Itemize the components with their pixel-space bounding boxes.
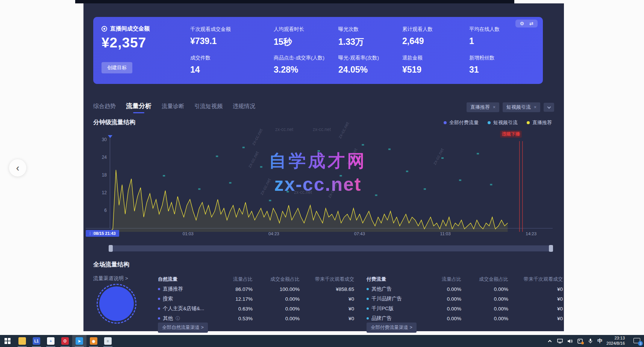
legend-label: 短视频引流 [493,119,518,126]
chevron-left-icon: ‹ [16,162,20,174]
swap-icon[interactable]: ⇄ [529,21,533,26]
channel-name: 千川品牌广告 [367,295,424,302]
x-tick-label: 11:03 [440,231,451,236]
ime-indicator[interactable]: 中 [597,338,602,344]
channel-name: 品牌广告 [367,315,424,322]
table-row[interactable]: 其他ⓘ0.53%0.00%¥0 [158,314,354,323]
taskbar-app-file-explorer[interactable] [15,335,29,347]
table-row[interactable]: 品牌广告0.00%0.00%¥0 [367,314,563,323]
channel-explain-link[interactable]: 流量渠道说明 > [93,275,128,282]
legend-label: 全部付费流量 [449,119,479,126]
all-natural-channels-link[interactable]: 全部自然流量渠道 > [158,323,208,333]
legend-item[interactable]: 短视频引流 [488,119,518,126]
tab-item[interactable]: 引流短视频 [194,103,223,113]
channel-label: 搜索 [163,295,173,302]
filter-chip[interactable]: 直播推荐× [467,102,499,112]
snip-tool-icon[interactable] [577,338,583,344]
channel-name: 搜索 [158,295,215,302]
column-header: 成交金额占比 [461,276,508,283]
primary-metric-label-row: 直播间成交金额 [102,25,150,32]
app-pointer-icon: ➤ [76,337,83,345]
table-row[interactable]: 直播推荐86.07%100.00%¥858.65 [158,284,354,294]
table-row[interactable]: 搜索12.17%0.00%¥0 [158,294,354,304]
target-icon [102,26,107,32]
top-window-strip [75,0,514,3]
slider-track[interactable] [109,245,553,251]
table-row[interactable]: 其他广告0.00%0.00%¥0 [367,284,563,294]
network-icon[interactable] [557,338,563,344]
notification-center-icon[interactable]: 3 [633,338,641,344]
metric-label: 退款金额 [402,55,469,61]
gpm-value: ¥858.65 [300,286,354,292]
banner-actions: ⚙ ⇄ [515,20,538,27]
tab-item[interactable]: 违规情况 [233,103,255,113]
y-tick-label: 24 [97,155,107,160]
all-paid-channels-link[interactable]: 全部付费流量渠道 > [367,323,417,333]
column-header: 成交金额占比 [253,276,300,283]
y-tick-label: 18 [97,172,107,178]
dashboard-window: 直播间成交金额 ¥2,357 创建目标 千次观看成交金额¥739.1人均观看时长… [83,3,564,331]
time-range-slider[interactable] [109,245,553,252]
table-row[interactable]: 千川PC版0.00%0.00%¥0 [367,304,563,314]
violation-marker-label[interactable]: 违规下播 [500,131,522,138]
channel-dot [158,288,160,290]
chevron-down-icon [547,105,551,109]
channel-dot [367,317,369,320]
table-row[interactable]: 个人主页&店铺&...0.63%0.00%¥0 [158,304,354,314]
filter-dropdown[interactable] [544,103,554,112]
slider-handle-right[interactable] [549,245,553,252]
metric-value: 15秒 [274,36,338,48]
table-row[interactable]: 千川品牌广告0.00%0.00%¥0 [367,294,563,304]
clock[interactable]: 23:13 2024/8/16 [606,336,625,346]
info-icon[interactable]: ⓘ [176,315,180,322]
tab-item[interactable]: 综合趋势 [93,103,116,113]
legend-dot [527,121,530,124]
legend-item[interactable]: 直播推荐 [527,119,552,126]
taskbar-app-app-pointer[interactable]: ➤ [72,335,86,347]
gpm-value: ¥0 [508,316,563,321]
metric: 曝光次数1.33万 [338,23,402,52]
x-tick-current[interactable]: ⋮⋮08/15 21:43 [86,230,119,237]
channel-dot [367,288,369,290]
create-goal-button[interactable]: 创建目标 [102,62,132,73]
slider-handle-left[interactable] [109,245,113,252]
taskbar-app-app-opera[interactable]: O [58,335,72,347]
gmv-share: 0.00% [461,306,508,312]
gmv-share: 100.00% [253,286,300,292]
watermark-small: zx-cc.net [313,127,331,132]
previous-button[interactable]: ‹ [9,159,26,177]
gear-icon[interactable]: ⚙ [520,21,524,26]
start-button[interactable] [0,335,15,347]
close-icon[interactable]: × [493,105,496,110]
tab-item[interactable]: 流量诊断 [162,103,184,113]
channel-name: 千川PC版 [367,305,424,312]
taskbar-app-app-l1[interactable]: L1 [29,335,44,347]
page: ‹ 直播间成交金额 ¥2,357 创建目标 千次观看成交金额¥739.1人均观看… [0,0,644,347]
gpm-value: ¥0 [508,286,563,292]
filter-chip[interactable]: 短视频引流× [503,102,540,112]
clock-time: 23:13 [606,336,625,341]
table-title: 自然流量 [158,276,215,283]
microphone-icon[interactable] [587,338,593,344]
gpm-value: ¥0 [508,306,563,312]
taskbar-app-app-orange[interactable]: ◉ [86,335,101,347]
metric-label: 成交件数 [190,55,274,61]
app-teams-icon: + [47,337,55,345]
channel-label: 千川品牌广告 [371,295,402,302]
metric-value: 3.28% [274,65,338,75]
legend-item[interactable]: 全部付费流量 [444,119,479,126]
channel-dot [367,298,369,300]
minute-section-title: 分钟级流量结构 [93,119,135,126]
tab-active[interactable]: 流量分析 [126,102,152,113]
channel-label: 其他广告 [371,286,392,292]
taskbar-app-notepad[interactable]: ≡ [101,335,115,347]
minute-traffic-chart[interactable]: 302418126 违规下播 ⋮⋮08/15 21:4301:0304:2307… [83,136,564,234]
channel-dot [158,317,160,320]
close-icon[interactable]: × [534,105,536,110]
x-tick-label: 08/15 21:43 [94,231,116,236]
tray-expand-icon[interactable] [547,338,553,344]
x-tick-label: 04:23 [268,231,279,236]
taskbar-app-app-teams[interactable]: + [44,335,58,347]
speaker-icon[interactable] [567,338,573,344]
y-tick-label: 30 [97,137,107,142]
